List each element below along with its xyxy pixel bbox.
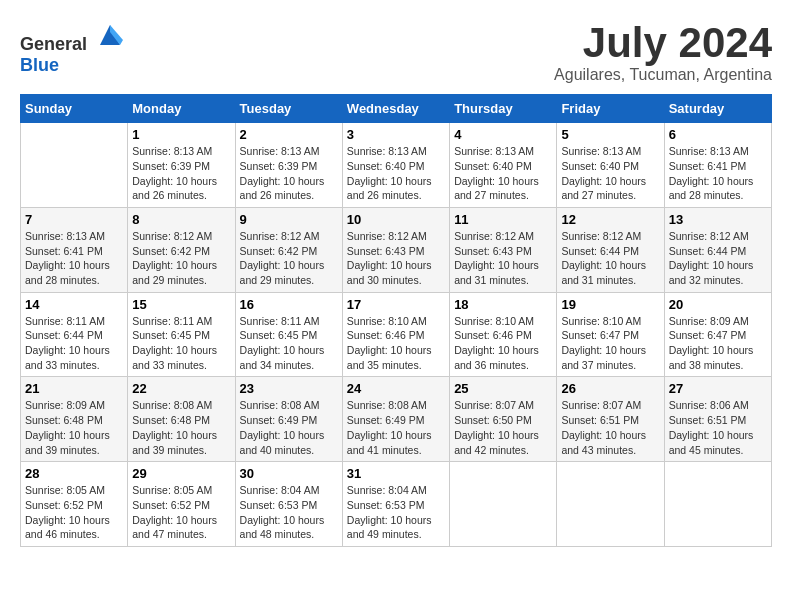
calendar-cell: 25Sunrise: 8:07 AM Sunset: 6:50 PM Dayli… xyxy=(450,377,557,462)
calendar-cell: 7Sunrise: 8:13 AM Sunset: 6:41 PM Daylig… xyxy=(21,207,128,292)
day-info: Sunrise: 8:05 AM Sunset: 6:52 PM Dayligh… xyxy=(25,483,123,542)
day-number: 22 xyxy=(132,381,230,396)
calendar-cell: 18Sunrise: 8:10 AM Sunset: 6:46 PM Dayli… xyxy=(450,292,557,377)
calendar-cell xyxy=(557,462,664,547)
header-sunday: Sunday xyxy=(21,95,128,123)
day-info: Sunrise: 8:12 AM Sunset: 6:43 PM Dayligh… xyxy=(454,229,552,288)
header-monday: Monday xyxy=(128,95,235,123)
calendar-cell: 11Sunrise: 8:12 AM Sunset: 6:43 PM Dayli… xyxy=(450,207,557,292)
day-info: Sunrise: 8:08 AM Sunset: 6:48 PM Dayligh… xyxy=(132,398,230,457)
day-number: 30 xyxy=(240,466,338,481)
calendar-week-row: 1Sunrise: 8:13 AM Sunset: 6:39 PM Daylig… xyxy=(21,123,772,208)
day-info: Sunrise: 8:07 AM Sunset: 6:50 PM Dayligh… xyxy=(454,398,552,457)
day-info: Sunrise: 8:13 AM Sunset: 6:40 PM Dayligh… xyxy=(561,144,659,203)
day-number: 29 xyxy=(132,466,230,481)
day-info: Sunrise: 8:13 AM Sunset: 6:39 PM Dayligh… xyxy=(240,144,338,203)
location-subtitle: Aguilares, Tucuman, Argentina xyxy=(554,66,772,84)
calendar-cell: 16Sunrise: 8:11 AM Sunset: 6:45 PM Dayli… xyxy=(235,292,342,377)
day-info: Sunrise: 8:13 AM Sunset: 6:40 PM Dayligh… xyxy=(454,144,552,203)
day-info: Sunrise: 8:04 AM Sunset: 6:53 PM Dayligh… xyxy=(240,483,338,542)
day-info: Sunrise: 8:13 AM Sunset: 6:40 PM Dayligh… xyxy=(347,144,445,203)
calendar-cell: 5Sunrise: 8:13 AM Sunset: 6:40 PM Daylig… xyxy=(557,123,664,208)
calendar-week-row: 14Sunrise: 8:11 AM Sunset: 6:44 PM Dayli… xyxy=(21,292,772,377)
day-info: Sunrise: 8:10 AM Sunset: 6:46 PM Dayligh… xyxy=(347,314,445,373)
calendar-cell: 17Sunrise: 8:10 AM Sunset: 6:46 PM Dayli… xyxy=(342,292,449,377)
header-saturday: Saturday xyxy=(664,95,771,123)
calendar-cell: 29Sunrise: 8:05 AM Sunset: 6:52 PM Dayli… xyxy=(128,462,235,547)
calendar-cell: 8Sunrise: 8:12 AM Sunset: 6:42 PM Daylig… xyxy=(128,207,235,292)
calendar-cell: 22Sunrise: 8:08 AM Sunset: 6:48 PM Dayli… xyxy=(128,377,235,462)
day-info: Sunrise: 8:05 AM Sunset: 6:52 PM Dayligh… xyxy=(132,483,230,542)
day-info: Sunrise: 8:12 AM Sunset: 6:43 PM Dayligh… xyxy=(347,229,445,288)
calendar-cell: 14Sunrise: 8:11 AM Sunset: 6:44 PM Dayli… xyxy=(21,292,128,377)
day-info: Sunrise: 8:08 AM Sunset: 6:49 PM Dayligh… xyxy=(347,398,445,457)
header-thursday: Thursday xyxy=(450,95,557,123)
logo-general: General xyxy=(20,34,87,54)
day-info: Sunrise: 8:06 AM Sunset: 6:51 PM Dayligh… xyxy=(669,398,767,457)
day-number: 31 xyxy=(347,466,445,481)
month-year-title: July 2024 xyxy=(554,20,772,66)
day-number: 3 xyxy=(347,127,445,142)
logo: General Blue xyxy=(20,20,125,76)
day-info: Sunrise: 8:13 AM Sunset: 6:39 PM Dayligh… xyxy=(132,144,230,203)
calendar-header-row: SundayMondayTuesdayWednesdayThursdayFrid… xyxy=(21,95,772,123)
day-number: 6 xyxy=(669,127,767,142)
day-info: Sunrise: 8:11 AM Sunset: 6:45 PM Dayligh… xyxy=(132,314,230,373)
day-number: 1 xyxy=(132,127,230,142)
day-info: Sunrise: 8:10 AM Sunset: 6:46 PM Dayligh… xyxy=(454,314,552,373)
day-number: 9 xyxy=(240,212,338,227)
logo-icon xyxy=(95,20,125,50)
title-area: July 2024 Aguilares, Tucuman, Argentina xyxy=(554,20,772,84)
logo-blue: Blue xyxy=(20,55,59,75)
day-info: Sunrise: 8:12 AM Sunset: 6:44 PM Dayligh… xyxy=(561,229,659,288)
day-number: 5 xyxy=(561,127,659,142)
day-number: 19 xyxy=(561,297,659,312)
day-info: Sunrise: 8:13 AM Sunset: 6:41 PM Dayligh… xyxy=(669,144,767,203)
day-number: 2 xyxy=(240,127,338,142)
day-info: Sunrise: 8:07 AM Sunset: 6:51 PM Dayligh… xyxy=(561,398,659,457)
calendar-cell: 2Sunrise: 8:13 AM Sunset: 6:39 PM Daylig… xyxy=(235,123,342,208)
calendar-week-row: 21Sunrise: 8:09 AM Sunset: 6:48 PM Dayli… xyxy=(21,377,772,462)
calendar-cell: 3Sunrise: 8:13 AM Sunset: 6:40 PM Daylig… xyxy=(342,123,449,208)
header-tuesday: Tuesday xyxy=(235,95,342,123)
calendar-table: SundayMondayTuesdayWednesdayThursdayFrid… xyxy=(20,94,772,547)
day-number: 14 xyxy=(25,297,123,312)
day-info: Sunrise: 8:09 AM Sunset: 6:47 PM Dayligh… xyxy=(669,314,767,373)
day-info: Sunrise: 8:11 AM Sunset: 6:44 PM Dayligh… xyxy=(25,314,123,373)
day-number: 15 xyxy=(132,297,230,312)
day-number: 7 xyxy=(25,212,123,227)
day-info: Sunrise: 8:09 AM Sunset: 6:48 PM Dayligh… xyxy=(25,398,123,457)
day-info: Sunrise: 8:04 AM Sunset: 6:53 PM Dayligh… xyxy=(347,483,445,542)
calendar-week-row: 28Sunrise: 8:05 AM Sunset: 6:52 PM Dayli… xyxy=(21,462,772,547)
calendar-cell: 4Sunrise: 8:13 AM Sunset: 6:40 PM Daylig… xyxy=(450,123,557,208)
calendar-cell: 27Sunrise: 8:06 AM Sunset: 6:51 PM Dayli… xyxy=(664,377,771,462)
day-number: 10 xyxy=(347,212,445,227)
day-number: 8 xyxy=(132,212,230,227)
calendar-week-row: 7Sunrise: 8:13 AM Sunset: 6:41 PM Daylig… xyxy=(21,207,772,292)
calendar-cell xyxy=(664,462,771,547)
calendar-cell: 13Sunrise: 8:12 AM Sunset: 6:44 PM Dayli… xyxy=(664,207,771,292)
day-number: 24 xyxy=(347,381,445,396)
day-number: 21 xyxy=(25,381,123,396)
day-info: Sunrise: 8:12 AM Sunset: 6:42 PM Dayligh… xyxy=(132,229,230,288)
day-number: 27 xyxy=(669,381,767,396)
calendar-cell: 15Sunrise: 8:11 AM Sunset: 6:45 PM Dayli… xyxy=(128,292,235,377)
day-number: 17 xyxy=(347,297,445,312)
day-number: 12 xyxy=(561,212,659,227)
calendar-cell: 21Sunrise: 8:09 AM Sunset: 6:48 PM Dayli… xyxy=(21,377,128,462)
day-number: 11 xyxy=(454,212,552,227)
day-info: Sunrise: 8:12 AM Sunset: 6:42 PM Dayligh… xyxy=(240,229,338,288)
calendar-cell: 12Sunrise: 8:12 AM Sunset: 6:44 PM Dayli… xyxy=(557,207,664,292)
day-info: Sunrise: 8:10 AM Sunset: 6:47 PM Dayligh… xyxy=(561,314,659,373)
header: General Blue July 2024 Aguilares, Tucuma… xyxy=(20,20,772,84)
calendar-cell: 1Sunrise: 8:13 AM Sunset: 6:39 PM Daylig… xyxy=(128,123,235,208)
day-number: 23 xyxy=(240,381,338,396)
calendar-cell: 23Sunrise: 8:08 AM Sunset: 6:49 PM Dayli… xyxy=(235,377,342,462)
day-number: 28 xyxy=(25,466,123,481)
day-number: 20 xyxy=(669,297,767,312)
calendar-cell: 24Sunrise: 8:08 AM Sunset: 6:49 PM Dayli… xyxy=(342,377,449,462)
day-info: Sunrise: 8:12 AM Sunset: 6:44 PM Dayligh… xyxy=(669,229,767,288)
day-number: 13 xyxy=(669,212,767,227)
header-wednesday: Wednesday xyxy=(342,95,449,123)
day-number: 16 xyxy=(240,297,338,312)
